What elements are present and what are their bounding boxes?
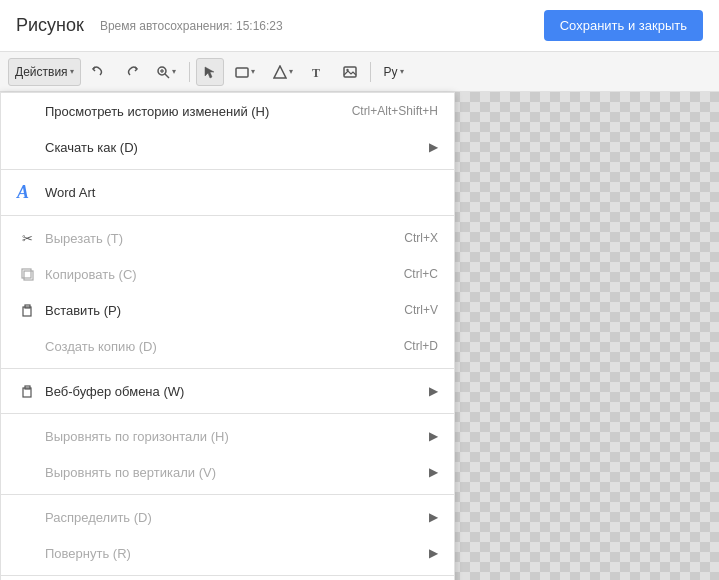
actions-dropdown-menu: Просмотреть историю изменений (H) Ctrl+A… (0, 92, 455, 580)
clipboard-arrow: ▶ (429, 384, 438, 398)
freeform-dropdown-arrow: ▾ (289, 67, 293, 76)
copy-item: Копировать (C) Ctrl+C (1, 256, 454, 292)
distribute-item: Распределить (D) ▶ (1, 499, 454, 535)
rotate-arrow: ▶ (429, 546, 438, 560)
redo-button[interactable] (117, 58, 145, 86)
clipboard-item[interactable]: Веб-буфер обмена (W) ▶ (1, 373, 454, 409)
align-v-arrow: ▶ (429, 465, 438, 479)
align-h-label: Выровнять по горизонтали (H) (45, 429, 229, 444)
download-arrow: ▶ (429, 140, 438, 154)
cut-item: ✂ Вырезать (T) Ctrl+X (1, 220, 454, 256)
save-close-button[interactable]: Сохранить и закрыть (544, 10, 703, 41)
copy-shortcut: Ctrl+C (404, 267, 438, 281)
align-h-item: Выровнять по горизонтали (H) ▶ (1, 418, 454, 454)
wordart-icon: A (17, 182, 37, 203)
align-v-item: Выровнять по вертикали (V) ▶ (1, 454, 454, 490)
align-v-label: Выровнять по вертикали (V) (45, 465, 216, 480)
divider-2 (1, 215, 454, 216)
undo-button[interactable] (85, 58, 113, 86)
select-button[interactable] (196, 58, 224, 86)
cut-icon: ✂ (17, 231, 37, 246)
shape-button[interactable]: ▾ (228, 58, 262, 86)
align-h-arrow: ▶ (429, 429, 438, 443)
image-button[interactable] (336, 58, 364, 86)
document-title: Рисунок (16, 15, 84, 36)
toolbar-sep-2 (370, 62, 371, 82)
select-icon (203, 65, 217, 79)
svg-rect-4 (236, 68, 248, 77)
download-item[interactable]: Скачать как (D) ▶ (1, 129, 454, 165)
py-button[interactable]: Ру ▾ (377, 58, 411, 86)
divider-5 (1, 494, 454, 495)
copy-icon (17, 268, 37, 281)
cut-label: Вырезать (T) (45, 231, 123, 246)
zoom-dropdown-arrow: ▾ (172, 67, 176, 76)
rotate-item: Повернуть (R) ▶ (1, 535, 454, 571)
svg-rect-9 (24, 271, 33, 280)
text-icon: T (311, 65, 325, 79)
zoom-button[interactable]: ▾ (149, 58, 183, 86)
rotate-label: Повернуть (R) (45, 546, 131, 561)
canvas-area: Просмотреть историю изменений (H) Ctrl+A… (0, 92, 719, 580)
shape-icon (235, 65, 249, 79)
toolbar-sep-1 (189, 62, 190, 82)
wordart-item[interactable]: A Word Art (1, 174, 454, 211)
download-label: Скачать как (D) (45, 140, 138, 155)
cut-shortcut: Ctrl+X (404, 231, 438, 245)
actions-dropdown-arrow: ▾ (70, 67, 74, 76)
zoom-icon (156, 65, 170, 79)
undo-icon (92, 65, 106, 79)
redo-icon (124, 65, 138, 79)
py-label: Ру (384, 65, 398, 79)
svg-marker-5 (274, 66, 286, 78)
view-history-label: Просмотреть историю изменений (H) (45, 104, 269, 119)
paste-shortcut: Ctrl+V (404, 303, 438, 317)
svg-rect-7 (344, 67, 356, 77)
distribute-arrow: ▶ (429, 510, 438, 524)
view-history-shortcut: Ctrl+Alt+Shift+H (352, 104, 438, 118)
svg-rect-10 (22, 269, 31, 278)
divider-3 (1, 368, 454, 369)
svg-line-1 (165, 74, 169, 78)
divider-6 (1, 575, 454, 576)
header-left: Рисунок Время автосохранения: 15:16:23 (16, 15, 283, 36)
toolbar: Действия ▾ ▾ ▾ (0, 52, 719, 92)
paste-item[interactable]: Вставить (P) Ctrl+V (1, 292, 454, 328)
svg-text:T: T (312, 66, 320, 79)
clipboard-label: Веб-буфер обмена (W) (45, 384, 184, 399)
autosave-status: Время автосохранения: 15:16:23 (100, 19, 283, 33)
clipboard-icon (17, 385, 37, 398)
header: Рисунок Время автосохранения: 15:16:23 С… (0, 0, 719, 52)
py-dropdown-arrow: ▾ (400, 67, 404, 76)
duplicate-label: Создать копию (D) (45, 339, 157, 354)
shape-dropdown-arrow: ▾ (251, 67, 255, 76)
distribute-label: Распределить (D) (45, 510, 152, 525)
image-icon (343, 65, 357, 79)
wordart-label: Word Art (45, 185, 95, 200)
divider-1 (1, 169, 454, 170)
copy-label: Копировать (C) (45, 267, 137, 282)
paste-label: Вставить (P) (45, 303, 121, 318)
view-history-item[interactable]: Просмотреть историю изменений (H) Ctrl+A… (1, 93, 454, 129)
freeform-button[interactable]: ▾ (266, 58, 300, 86)
duplicate-item: Создать копию (D) Ctrl+D (1, 328, 454, 364)
paste-icon (17, 304, 37, 317)
text-button[interactable]: T (304, 58, 332, 86)
divider-4 (1, 413, 454, 414)
freeform-icon (273, 65, 287, 79)
duplicate-shortcut: Ctrl+D (404, 339, 438, 353)
actions-label: Действия (15, 65, 68, 79)
actions-menu-button[interactable]: Действия ▾ (8, 58, 81, 86)
